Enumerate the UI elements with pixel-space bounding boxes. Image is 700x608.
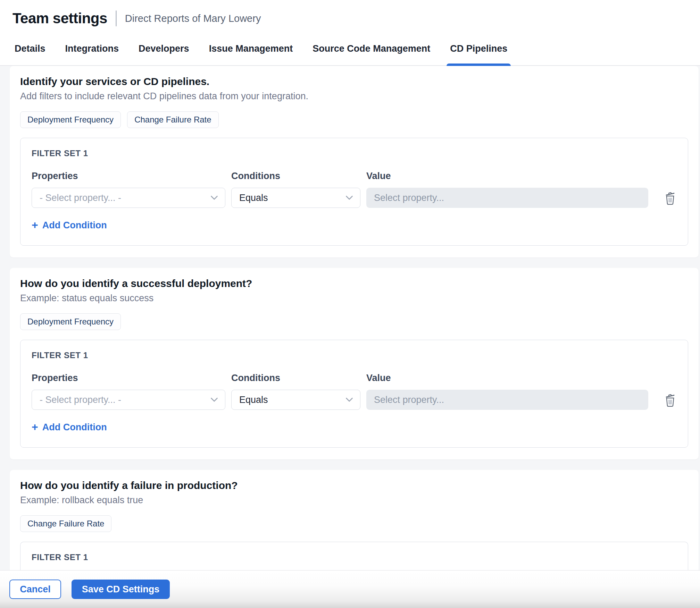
properties-label: Properties [32,373,225,383]
add-condition-label: Add Condition [42,220,107,231]
chip-change-failure-rate[interactable]: Change Failure Rate [127,111,218,128]
filter-column-labels: Properties Conditions Value [32,373,677,383]
section-subheading: Add filters to include relevant CD pipel… [20,91,688,102]
filter-column-labels: Properties Conditions Value [32,171,677,181]
chip-deployment-frequency[interactable]: Deployment Frequency [20,313,121,330]
filter-condition-row: - Select property... - Equals [32,188,677,208]
delete-filter-button[interactable] [663,392,677,407]
filter-set-title: FILTER SET 1 [32,351,677,360]
property-select[interactable]: - Select property... - [32,390,225,410]
cancel-button[interactable]: Cancel [9,580,61,599]
section-heading: Identify your services or CD pipelines. [20,76,688,87]
add-condition-label: Add Condition [42,422,107,433]
conditions-label: Conditions [231,373,360,383]
value-label: Value [366,171,648,181]
metric-chips: Deployment Frequency Change Failure Rate [20,111,688,128]
condition-select-value: Equals [239,193,268,203]
save-cd-settings-button[interactable]: Save CD Settings [72,580,170,599]
trash-icon [664,392,676,407]
add-condition-button[interactable]: + Add Condition [32,220,107,231]
condition-select[interactable]: Equals [231,188,360,208]
section-card-successful-deployment: How do you identify a successful deploym… [10,268,699,459]
trash-icon [664,191,676,205]
tab-developers[interactable]: Developers [139,43,189,65]
conditions-label: Conditions [231,171,360,181]
footer-action-bar: Cancel Save CD Settings [0,570,700,608]
condition-select[interactable]: Equals [231,390,360,410]
property-select[interactable]: - Select property... - [32,188,225,208]
add-condition-button[interactable]: + Add Condition [32,422,107,433]
cd-pipelines-panel: Identify your services or CD pipelines. … [0,66,700,608]
section-card-identify-services: Identify your services or CD pipelines. … [10,66,699,257]
value-input[interactable] [366,390,648,410]
title-divider [116,10,117,26]
page-title: Team settings [12,10,107,27]
settings-tabbar: Details Integrations Developers Issue Ma… [0,32,700,66]
tab-cd-pipelines[interactable]: CD Pipelines [450,43,507,65]
delete-filter-button[interactable] [663,190,677,205]
tab-integrations[interactable]: Integrations [65,43,119,65]
filter-set-card: FILTER SET 1 Properties Conditions Value… [20,340,688,448]
chevron-down-icon [345,195,353,200]
metric-chips: Deployment Frequency [20,313,688,330]
property-select-placeholder: - Select property... - [40,193,121,203]
metric-chips: Change Failure Rate [20,515,688,532]
section-subheading: Example: rollback equals true [20,495,688,506]
page-header: Team settings Direct Reports of Mary Low… [0,0,700,32]
filter-set-card: FILTER SET 1 Properties Conditions Value… [20,138,688,246]
value-input[interactable] [366,188,648,208]
condition-select-value: Equals [239,395,268,405]
chevron-down-icon [210,195,218,200]
chip-change-failure-rate[interactable]: Change Failure Rate [20,515,111,532]
section-heading: How do you identify a successful deploym… [20,278,688,289]
plus-icon: + [32,219,38,230]
chevron-down-icon [345,397,353,402]
filter-set-title: FILTER SET 1 [32,552,677,562]
tab-details[interactable]: Details [15,43,45,65]
chevron-down-icon [210,397,218,402]
tab-source-code-management[interactable]: Source Code Management [312,43,430,65]
tab-issue-management[interactable]: Issue Management [209,43,293,65]
properties-label: Properties [32,171,225,181]
section-heading: How do you identify a failure in product… [20,480,688,491]
value-label: Value [366,373,648,383]
plus-icon: + [32,421,38,432]
filter-set-title: FILTER SET 1 [32,149,677,158]
filter-condition-row: - Select property... - Equals [32,390,677,410]
chip-deployment-frequency[interactable]: Deployment Frequency [20,111,121,128]
section-subheading: Example: status equals success [20,293,688,304]
property-select-placeholder: - Select property... - [40,395,121,405]
page-subtitle: Direct Reports of Mary Lowery [125,13,261,24]
